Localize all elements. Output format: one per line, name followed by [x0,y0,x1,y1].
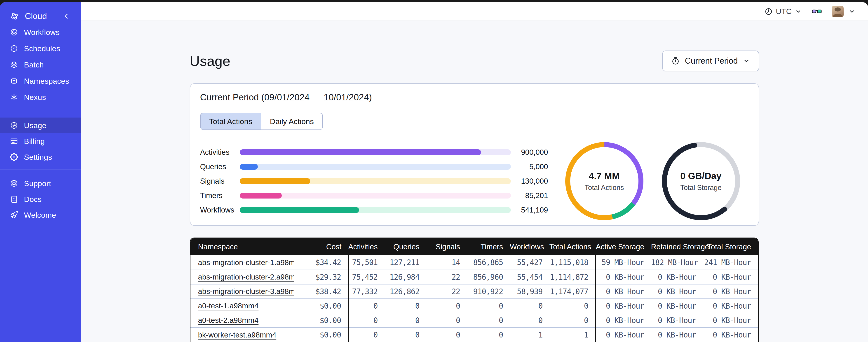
sidebar-main-group: Workflows Schedules Batch [0,24,81,105]
glasses-icon [811,6,822,17]
stopwatch-icon [671,57,680,65]
usage-charts: Activities 900,000 Queries 5,000 Signals [200,139,749,223]
cell-timers: 0 [467,328,510,342]
bar-row-signals: Signals 130,000 [200,174,548,189]
support-lifebuoy-icon [10,179,18,187]
table-row: abs-migration-cluster-2.a98mm4$29.3275,4… [190,270,758,284]
temporal-cloud-logo-icon [10,12,19,21]
sidebar-account-group: Usage Billing Settings [0,117,81,165]
table-row: a0-test-1.a98mm4$0.000000000 KB-Hour0 KB… [190,299,758,313]
cell-active-storage: 0 KB-Hour [595,270,651,284]
welcome-rocket-icon [10,211,18,219]
namespace-link[interactable]: abs-migration-cluster-3.a98mm4 [198,287,294,296]
workflows-icon [10,28,18,36]
cell-cost: $38.42 [294,284,348,299]
sidebar-item-docs[interactable]: Docs [0,191,81,207]
cell-cost: $0.00 [294,328,348,342]
namespace-link[interactable]: a0-test-1.a98mm4 [198,302,259,310]
main-area: UTC Usage [81,2,868,342]
sidebar-item-billing[interactable]: Billing [0,133,81,149]
page-header: Usage Current Period [190,50,759,71]
bar-value: 900,000 [511,148,548,157]
namespace-cell: abs-migration-cluster-2.a98mm4 [190,270,294,284]
bar-fill [240,207,359,213]
sidebar-item-settings[interactable]: Settings [0,149,81,165]
batch-layers-icon [10,61,18,69]
sidebar-item-welcome[interactable]: Welcome [0,207,81,223]
timezone-selector[interactable]: UTC [765,7,802,16]
sidebar-item-label: Billing [24,137,45,146]
namespace-cell: a0-test-1.a98mm4 [190,299,294,313]
sidebar-item-schedules[interactable]: Schedules [0,40,81,57]
cell-active-storage: 0 KB-Hour [595,328,651,342]
cell-queries: 126,862 [384,284,426,299]
cell-retained-storage: 0 KB-Hour [651,328,703,342]
column-header-signals: Signals [426,238,467,255]
topbar: UTC [81,2,868,21]
cell-activities: 0 [348,299,384,313]
bar-row-workflows: Workflows 541,109 [200,203,548,217]
user-avatar[interactable] [832,6,844,18]
app-window: Cloud Workflows [0,2,868,342]
bar-track [240,149,511,155]
cell-total-storage: 241 MB-Hour [703,255,758,270]
sidebar-item-support[interactable]: Support [0,175,81,191]
sidebar-divider [0,169,81,169]
namespace-link[interactable]: abs-migration-cluster-1.a98mm4 [198,258,294,267]
sidebar-item-batch[interactable]: Batch [0,57,81,73]
tab-total-actions[interactable]: Total Actions [200,113,261,130]
sidebar-item-workflows[interactable]: Workflows [0,24,81,40]
brand-label: Cloud [25,11,63,21]
user-menu[interactable] [832,6,855,18]
bar-fill [240,178,310,184]
sidebar-item-label: Batch [24,61,44,69]
cell-queries: 0 [384,313,426,328]
usage-gauge-icon [10,122,18,130]
cell-timers: 910,922 [467,284,510,299]
bar-value: 5,000 [511,163,548,171]
cell-signals: 22 [426,270,467,284]
bar-label: Queries [200,163,240,171]
donut-charts: 4.7 MM Total Actions 0 GB/Day Total Stor… [563,139,743,223]
bar-value: 85,201 [511,191,548,200]
cell-retained-storage: 182 MB-Hour [651,255,703,270]
namespace-link[interactable]: bk-worker-test.a98mm4 [198,331,277,339]
cell-timers: 0 [467,313,510,328]
cell-active-storage: 59 MB-Hour [595,255,651,270]
sidebar-item-namespaces[interactable]: Namespaces [0,73,81,89]
column-header-retained-storage: Retained Storage [651,238,703,255]
column-header-active-storage: Active Storage [595,238,651,255]
namespace-link[interactable]: a0-test-2.a98mm4 [198,316,259,324]
namespace-cell: abs-migration-cluster-1.a98mm4 [190,255,294,270]
period-selector-label: Current Period [685,56,738,66]
namespace-table-frame: NamespaceCostActivitiesQueriesSignalsTim… [190,238,758,342]
cell-total-storage: 0 KB-Hour [703,270,758,284]
sidebar-item-nexus[interactable]: Nexus [0,89,81,105]
settings-gear-icon [10,153,18,161]
sidebar-item-label: Support [24,179,51,188]
timezone-label: UTC [776,7,792,16]
cell-workflows: 58,939 [510,284,550,299]
cell-queries: 127,211 [384,255,426,270]
column-header-cost: Cost [294,238,348,255]
sidebar-item-label: Docs [24,195,41,204]
tab-daily-actions[interactable]: Daily Actions [261,113,322,130]
cell-activities: 75,501 [348,255,384,270]
bar-fill [240,149,481,155]
bar-fill [240,193,282,199]
sidebar-item-usage[interactable]: Usage [0,117,81,133]
bar-row-queries: Queries 5,000 [200,160,548,174]
chevron-down-icon [743,57,750,65]
page-title: Usage [190,53,230,69]
bar-track [240,207,511,213]
sidebar-item-label: Welcome [24,211,56,219]
total-actions-label: Total Actions [585,184,624,192]
bar-fill [240,164,258,170]
nexus-asterisk-icon [10,93,18,101]
period-selector-button[interactable]: Current Period [662,50,759,71]
feedback-glasses-button[interactable] [811,6,822,17]
sidebar-collapse-icon[interactable] [63,12,70,20]
namespace-link[interactable]: abs-migration-cluster-2.a98mm4 [198,273,294,281]
sidebar-brand-cloud[interactable]: Cloud [0,11,81,22]
total-actions-donut: 4.7 MM Total Actions [563,139,646,223]
